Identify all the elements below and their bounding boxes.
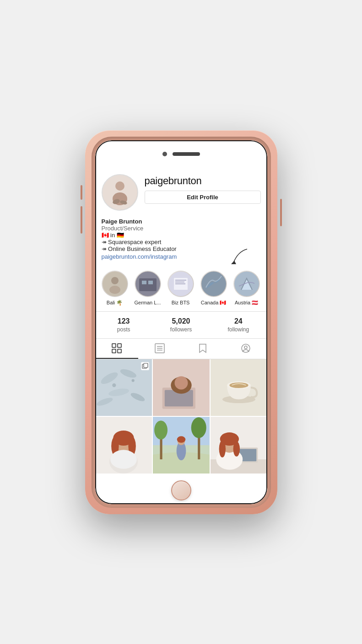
- highlight-item[interactable]: Austria 🇦🇹: [233, 271, 260, 306]
- grid-icon: [112, 343, 122, 353]
- svg-rect-15: [175, 280, 186, 281]
- multiple-photos-icon: [142, 363, 148, 369]
- svg-rect-41: [144, 363, 148, 367]
- svg-point-31: [244, 346, 247, 349]
- earpiece-speaker: [173, 152, 200, 156]
- highlight-item[interactable]: Bali 🌴: [102, 271, 128, 306]
- bottom-bezel: [95, 477, 267, 504]
- followers-label: followers: [170, 326, 192, 333]
- svg-point-61: [154, 420, 167, 439]
- location-text: 🇨🇦 in 🇩🇪: [102, 232, 124, 239]
- svg-rect-25: [118, 349, 121, 353]
- highlight-label: German L...: [135, 300, 161, 305]
- highlight-item[interactable]: France 🇫🇷: [266, 271, 267, 306]
- highlight-circle: [233, 271, 260, 297]
- highlight-label: Bali 🌴: [107, 300, 123, 306]
- bookmark-icon: [198, 343, 208, 353]
- grid-cell-1[interactable]: [95, 359, 152, 416]
- svg-rect-12: [148, 281, 153, 284]
- edit-profile-button[interactable]: Edit Profile: [145, 191, 261, 204]
- multi-photo-icon: [141, 362, 149, 370]
- highlight-circle: [135, 271, 161, 297]
- photo-grid: [95, 359, 267, 474]
- tab-saved[interactable]: [181, 339, 224, 359]
- full-name: Paige Brunton: [102, 218, 261, 225]
- photo-6: [211, 417, 267, 474]
- highlight-circle: [167, 271, 194, 297]
- posts-label: posts: [117, 326, 130, 333]
- avatar-wrap: [102, 174, 138, 211]
- avatar-image: [103, 175, 137, 210]
- top-bezel: [95, 140, 267, 168]
- power-button: [280, 199, 282, 226]
- screen-content[interactable]: paigebrunton Edit Profile Paige Brunton …: [95, 168, 267, 477]
- following-count: 24: [234, 317, 243, 325]
- highlight-item[interactable]: German L...: [135, 271, 161, 306]
- tab-grid[interactable]: [95, 339, 138, 359]
- website-link[interactable]: paigebrunton.com/instagram: [102, 253, 177, 260]
- highlight-item[interactable]: Canada 🇨🇦: [200, 271, 227, 306]
- svg-point-1: [115, 181, 124, 191]
- photo-4: [95, 417, 152, 474]
- bio-line-1: ↠ Squarespace expert: [102, 239, 261, 245]
- phone-device: paigebrunton Edit Profile Paige Brunton …: [85, 130, 277, 514]
- grid-cell-3[interactable]: [211, 359, 267, 416]
- tab-feed[interactable]: [138, 339, 181, 359]
- svg-rect-24: [112, 349, 116, 353]
- svg-point-63: [191, 417, 206, 438]
- tab-tagged[interactable]: [224, 339, 267, 359]
- svg-rect-16: [175, 282, 184, 282]
- svg-point-66: [177, 436, 185, 442]
- svg-point-8: [109, 286, 120, 294]
- phone-inner: paigebrunton Edit Profile Paige Brunton …: [92, 137, 271, 508]
- grid-cell-6[interactable]: [211, 417, 267, 474]
- svg-rect-17: [175, 283, 185, 284]
- highlight-item[interactable]: Biz BTS: [167, 271, 194, 306]
- svg-rect-11: [142, 281, 146, 284]
- svg-point-39: [131, 379, 134, 382]
- highlight-circle: [102, 271, 128, 297]
- location-line: 🇨🇦 in 🇩🇪: [102, 232, 261, 239]
- grid-cell-2[interactable]: [153, 359, 210, 416]
- photo-3: [211, 359, 267, 416]
- svg-marker-5: [231, 261, 236, 264]
- followers-count: 5,020: [172, 317, 190, 325]
- svg-point-38: [112, 383, 116, 387]
- svg-point-75: [233, 441, 239, 456]
- svg-rect-22: [112, 344, 116, 347]
- stat-followers[interactable]: 5,020 followers: [152, 317, 210, 333]
- stat-posts[interactable]: 123 posts: [95, 317, 152, 333]
- home-button[interactable]: [171, 480, 191, 500]
- following-label: following: [227, 326, 249, 333]
- username: paigebrunton: [145, 175, 261, 187]
- volume-down-button: [81, 206, 82, 234]
- svg-point-7: [111, 277, 119, 284]
- highlights-row: Bali 🌴 German L... Biz BTS: [95, 265, 267, 311]
- photo-5: [153, 417, 210, 474]
- volume-up-button: [81, 185, 82, 200]
- photo-2: [153, 359, 210, 416]
- grid-cell-5[interactable]: [153, 417, 210, 474]
- volume-buttons: [81, 185, 82, 234]
- avatar: [102, 174, 138, 211]
- svg-point-74: [219, 440, 225, 457]
- phone-screen: paigebrunton Edit Profile Paige Brunton …: [95, 140, 267, 504]
- feed-icon: [155, 343, 165, 353]
- grid-cell-4[interactable]: [95, 417, 152, 474]
- highlight-label: Austria 🇦🇹: [235, 300, 258, 306]
- highlight-circle: [200, 271, 227, 297]
- svg-rect-23: [118, 344, 121, 347]
- highlight-circle: [266, 271, 267, 297]
- svg-point-46: [174, 376, 188, 389]
- stat-following[interactable]: 24 following: [210, 317, 267, 333]
- svg-rect-10: [139, 278, 157, 291]
- svg-point-18: [201, 271, 226, 296]
- tabs-row: [95, 339, 267, 359]
- person-tag-icon: [241, 343, 251, 353]
- posts-count: 123: [118, 317, 130, 325]
- front-camera: [162, 152, 167, 156]
- profile-header: paigebrunton Edit Profile: [95, 168, 267, 215]
- bio-section: Paige Brunton Product/Service 🇨🇦 in 🇩🇪 ↠…: [95, 215, 267, 265]
- stats-row: 123 posts 5,020 followers 24 following: [95, 311, 267, 339]
- category: Product/Service: [102, 225, 261, 232]
